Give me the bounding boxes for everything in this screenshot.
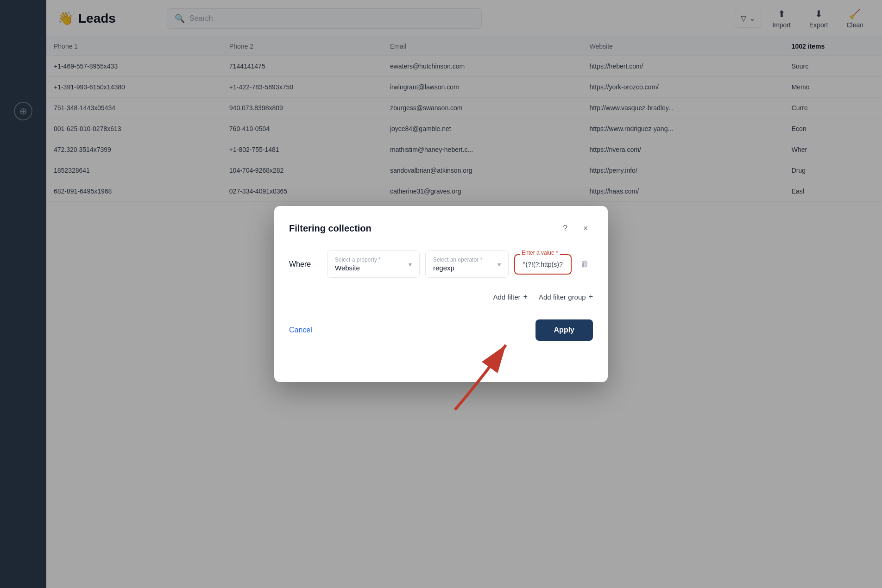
value-input[interactable] xyxy=(514,254,572,275)
value-input-wrapper: Enter a value * xyxy=(514,254,572,275)
modal-header: Filtering collection ? × xyxy=(289,221,593,236)
apply-button[interactable]: Apply xyxy=(536,319,593,341)
arrow-annotation xyxy=(427,331,520,416)
add-filter-label: Add filter xyxy=(493,293,520,301)
add-filter-group-button[interactable]: Add filter group + xyxy=(539,293,593,301)
property-select-label: Select a property * xyxy=(335,256,381,263)
where-label: Where xyxy=(289,260,321,269)
operator-chevron-icon: ▾ xyxy=(498,261,501,268)
property-select-value: Website xyxy=(335,264,381,272)
add-filter-group-plus-icon: + xyxy=(589,293,593,301)
operator-select-content: Select an operator * regexp xyxy=(433,256,482,272)
app-container: ⊕ 👋 Leads 🔍 Search ▽ ⌄ ⬆ Import xyxy=(0,0,882,588)
cancel-button[interactable]: Cancel xyxy=(289,326,312,334)
add-filter-plus-icon: + xyxy=(523,293,528,301)
close-icon: × xyxy=(583,224,588,233)
delete-filter-button[interactable]: 🗑 xyxy=(577,256,593,273)
operator-select-value: regexp xyxy=(433,264,482,272)
add-filter-row: Add filter + Add filter group + xyxy=(289,293,593,301)
trash-icon: 🗑 xyxy=(581,259,589,269)
help-button[interactable]: ? xyxy=(558,221,573,236)
value-input-label: Enter a value * xyxy=(520,250,560,256)
modal-footer: Cancel Apply xyxy=(289,319,593,341)
property-select-content: Select a property * Website xyxy=(335,256,381,272)
operator-select-label: Select an operator * xyxy=(433,256,482,263)
modal-overlay[interactable]: Filtering collection ? × Where Select a … xyxy=(0,0,882,588)
modal-title: Filtering collection xyxy=(289,223,372,234)
help-icon: ? xyxy=(563,224,567,233)
add-filter-group-label: Add filter group xyxy=(539,293,586,301)
filter-row: Where Select a property * Website ▾ Sele… xyxy=(289,250,593,278)
modal: Filtering collection ? × Where Select a … xyxy=(274,206,608,382)
close-button[interactable]: × xyxy=(578,221,593,236)
property-select[interactable]: Select a property * Website ▾ xyxy=(327,250,420,278)
modal-header-icons: ? × xyxy=(558,221,593,236)
property-chevron-icon: ▾ xyxy=(409,261,412,268)
add-filter-button[interactable]: Add filter + xyxy=(493,293,528,301)
operator-select[interactable]: Select an operator * regexp ▾ xyxy=(425,250,509,278)
